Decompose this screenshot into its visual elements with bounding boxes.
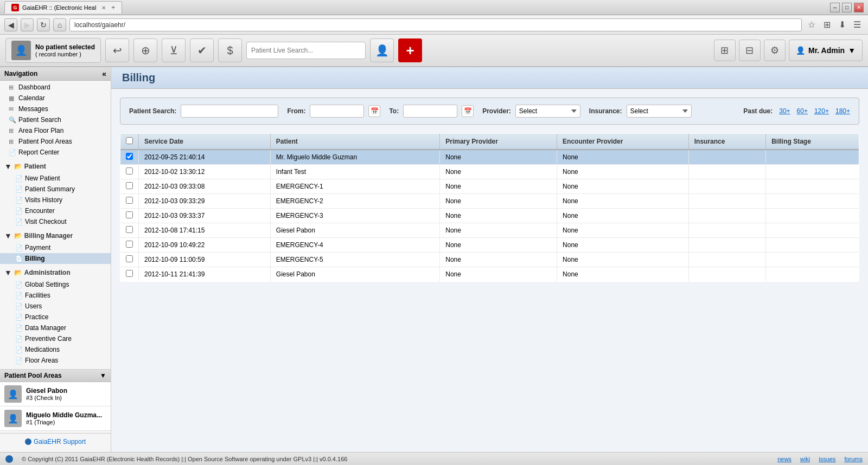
table-row[interactable]: 2012-10-09 10:49:22 EMERGENCY-4 None Non… [120, 238, 859, 253]
col-encounter-provider[interactable]: Encounter Provider [557, 134, 689, 150]
sidebar-item-preventive-care[interactable]: 📄 Preventive Care [0, 333, 111, 344]
table-row[interactable]: 2012-10-11 21:41:39 Giesel Pabon None No… [120, 267, 859, 282]
sidebar-item-practice[interactable]: 📄 Practice [0, 312, 111, 322]
sidebar-item-dashboard[interactable]: ⊞ Dashboard [0, 82, 111, 93]
bookmarks-button[interactable]: ☆ [805, 18, 818, 31]
new-tab-button[interactable]: + [111, 4, 115, 11]
add-tool-button[interactable]: ⊕ [133, 38, 157, 62]
reload-button[interactable]: ↻ [37, 18, 50, 31]
row-checkbox[interactable] [126, 226, 133, 233]
row-checkbox[interactable] [126, 241, 133, 248]
past-due-180-link[interactable]: 180+ [835, 107, 850, 115]
minimize-button[interactable]: – [830, 3, 840, 12]
address-bar[interactable]: localhost/gaiaehr/ [69, 18, 802, 31]
pool-patient-1[interactable]: 👤 Giesel Pabon #3 (Check In) [0, 382, 111, 406]
row-checkbox-cell[interactable] [120, 267, 139, 282]
past-due-120-link[interactable]: 120+ [814, 107, 829, 115]
col-select-all[interactable] [120, 134, 139, 150]
table-row[interactable]: 2012-10-02 13:30:12 Infant Test None Non… [120, 165, 859, 179]
sidebar-item-data-manager[interactable]: 📄 Data Manager [0, 322, 111, 333]
row-checkbox-cell[interactable] [120, 194, 139, 209]
user-icon-button[interactable]: 👤 [370, 38, 394, 62]
forums-link[interactable]: forums [844, 456, 863, 462]
sidebar-item-patient-search[interactable]: 🔍 Patient Search [0, 114, 111, 125]
row-checkbox[interactable] [126, 255, 133, 262]
sidebar-item-global-settings[interactable]: 📄 Global Settings [0, 279, 111, 290]
pool-patient-2[interactable]: 👤 Miguelo Middle Guzma... #1 (Triage) [0, 406, 111, 431]
sidebar-item-users[interactable]: 📄 Users [0, 301, 111, 312]
sidebar-item-encounter[interactable]: 📄 Encounter [0, 205, 111, 216]
table-row[interactable]: 2012-10-09 11:00:59 EMERGENCY-5 None Non… [120, 253, 859, 267]
row-checkbox-cell[interactable] [120, 209, 139, 223]
row-checkbox-cell[interactable] [120, 165, 139, 179]
maximize-button[interactable]: □ [842, 3, 852, 12]
row-checkbox-cell[interactable] [120, 238, 139, 253]
table-row[interactable]: 2012-10-08 17:41:15 Giesel Pabon None No… [120, 223, 859, 238]
to-date-input[interactable] [403, 105, 457, 118]
back-button[interactable]: ◀ [4, 18, 17, 31]
sidebar-item-patient-pool-areas[interactable]: ⊞ Patient Pool Areas [0, 136, 111, 147]
col-insurance[interactable]: Insurance [688, 134, 765, 150]
close-button[interactable]: ✕ [854, 3, 864, 12]
menu-button[interactable]: ☰ [851, 18, 864, 31]
sidebar-item-facilities[interactable]: 📄 Facilities [0, 290, 111, 301]
bookmark-manager-button[interactable]: ⊞ [820, 18, 833, 31]
insurance-select[interactable]: Select [627, 105, 692, 118]
wiki-link[interactable]: wiki [800, 456, 810, 462]
add-patient-button[interactable]: + [398, 38, 422, 62]
pool-header[interactable]: Patient Pool Areas ▼ [0, 370, 111, 382]
verify-tool-button[interactable]: ✔ [190, 38, 214, 62]
patient-search-input[interactable] [181, 105, 278, 118]
row-checkbox-cell[interactable] [120, 253, 139, 267]
row-checkbox-cell[interactable] [120, 223, 139, 238]
from-date-picker-button[interactable]: 📅 [368, 105, 380, 117]
to-date-picker-button[interactable]: 📅 [462, 105, 474, 117]
sidebar-item-floor-areas[interactable]: 📄 Floor Areas [0, 355, 111, 366]
row-checkbox[interactable] [126, 211, 133, 218]
support-link[interactable]: GaiaEHR Support [4, 438, 106, 445]
row-checkbox-cell[interactable] [120, 179, 139, 194]
col-billing-stage[interactable]: Billing Stage [766, 134, 859, 150]
from-date-input[interactable] [310, 105, 364, 118]
row-checkbox[interactable] [126, 182, 133, 189]
past-due-30-link[interactable]: 30+ [779, 107, 790, 115]
billing-manager-group-header[interactable]: ▼ 📂 Billing Manager [0, 229, 111, 242]
sidebar-item-medications[interactable]: 📄 Medications [0, 344, 111, 355]
sidebar-item-new-patient[interactable]: 📄 New Patient [0, 173, 111, 184]
sidebar-collapse-button[interactable]: « [102, 69, 106, 78]
grid-view-button[interactable]: ⊞ [714, 40, 736, 61]
col-primary-provider[interactable]: Primary Provider [440, 134, 557, 150]
col-service-date[interactable]: Service Date [139, 134, 271, 150]
sidebar-item-report-center[interactable]: 📄 Report Center [0, 147, 111, 158]
row-checkbox[interactable] [126, 153, 133, 160]
sidebar-item-billing[interactable]: 📄 Billing [0, 253, 111, 264]
tab-close-button[interactable]: ✕ [101, 5, 106, 11]
sidebar-item-visits-history[interactable]: 📄 Visits History [0, 195, 111, 205]
patient-group-header[interactable]: ▼ 📂 Patient [0, 160, 111, 173]
sidebar-item-calendar[interactable]: ▦ Calendar [0, 93, 111, 104]
patient-live-search[interactable] [246, 42, 366, 59]
provider-select[interactable]: Select [515, 105, 580, 118]
row-checkbox[interactable] [126, 270, 133, 277]
sidebar-item-visit-checkout[interactable]: 📄 Visit Checkout [0, 216, 111, 227]
row-checkbox[interactable] [126, 167, 133, 175]
sidebar-item-area-floor-plan[interactable]: ⊞ Area Floor Plan [0, 125, 111, 136]
news-link[interactable]: news [777, 456, 792, 462]
table-row[interactable]: 2012-10-03 09:33:29 EMERGENCY-2 None Non… [120, 194, 859, 209]
checkout-tool-button[interactable]: ⊻ [162, 38, 186, 62]
sidebar-item-patient-summary[interactable]: 📄 Patient Summary [0, 184, 111, 195]
row-checkbox-cell[interactable] [120, 150, 139, 165]
issues-link[interactable]: issues [819, 456, 835, 462]
admin-user-button[interactable]: 👤 Mr. Admin ▼ [789, 40, 863, 61]
split-view-button[interactable]: ⊟ [739, 40, 761, 61]
table-row[interactable]: 2012-10-03 09:33:08 EMERGENCY-1 None Non… [120, 179, 859, 194]
download-button[interactable]: ⬇ [835, 18, 848, 31]
table-row[interactable]: 2012-10-03 09:33:37 EMERGENCY-3 None Non… [120, 209, 859, 223]
billing-tool-button[interactable]: $ [218, 38, 242, 62]
col-patient[interactable]: Patient [270, 134, 439, 150]
past-due-60-link[interactable]: 60+ [797, 107, 808, 115]
settings-button[interactable]: ⚙ [764, 40, 786, 61]
sidebar-item-messages[interactable]: ✉ Messages [0, 104, 111, 114]
browser-tab[interactable]: G GaiaEHR :: (Electronic Heal ✕ + [4, 1, 122, 14]
forward-button[interactable]: ▶ [21, 18, 34, 31]
